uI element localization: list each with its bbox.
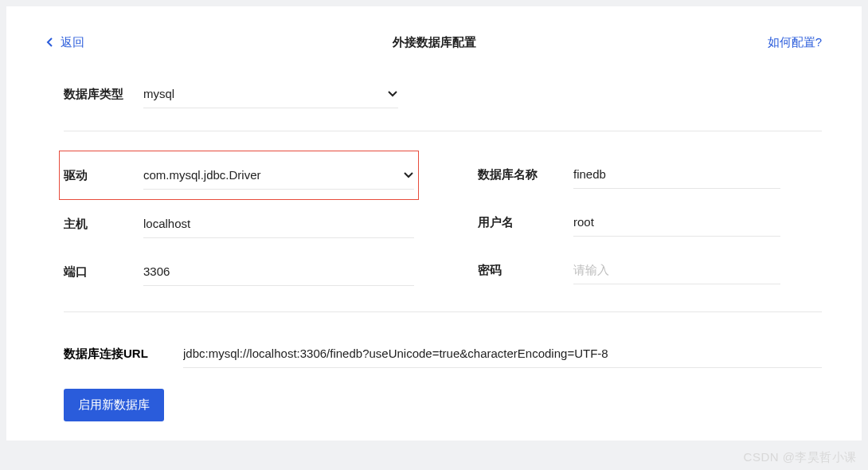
host-input[interactable] bbox=[143, 210, 414, 238]
driver-highlight-box: 驱动 com.mysql.jdbc.Driver bbox=[59, 151, 419, 200]
port-row: 端口 bbox=[64, 248, 414, 296]
divider bbox=[64, 311, 822, 312]
password-input[interactable] bbox=[573, 256, 780, 284]
username-input[interactable] bbox=[573, 208, 780, 237]
db-type-row: 数据库类型 mysql bbox=[64, 80, 822, 131]
url-input[interactable] bbox=[183, 339, 822, 368]
password-row: 密码 bbox=[478, 246, 780, 294]
dbname-input[interactable] bbox=[573, 160, 780, 189]
username-row: 用户名 bbox=[478, 198, 780, 246]
driver-row: 驱动 com.mysql.jdbc.Driver bbox=[64, 151, 414, 199]
driver-label: 驱动 bbox=[64, 168, 143, 183]
password-label: 密码 bbox=[478, 263, 573, 278]
driver-value: com.mysql.jdbc.Driver bbox=[143, 168, 403, 182]
port-input[interactable] bbox=[143, 257, 414, 286]
chevron-down-icon bbox=[403, 171, 414, 179]
watermark: CSDN @李昊哲小课 bbox=[744, 450, 857, 465]
url-label: 数据库连接URL bbox=[64, 347, 183, 362]
back-label: 返回 bbox=[61, 35, 84, 50]
back-link[interactable]: 返回 bbox=[46, 35, 84, 50]
username-label: 用户名 bbox=[478, 215, 573, 230]
host-label: 主机 bbox=[64, 217, 143, 232]
chevron-left-icon bbox=[46, 37, 54, 48]
port-label: 端口 bbox=[64, 264, 143, 280]
dbname-row: 数据库名称 bbox=[478, 151, 780, 198]
dbname-label: 数据库名称 bbox=[478, 167, 573, 182]
db-type-select[interactable]: mysql bbox=[143, 80, 398, 108]
config-panel: 返回 外接数据库配置 如何配置? 数据库类型 mysql 驱动 com.mysq bbox=[6, 6, 862, 441]
page-title: 外接数据库配置 bbox=[46, 35, 822, 50]
enable-db-button[interactable]: 启用新数据库 bbox=[64, 389, 164, 421]
url-row: 数据库连接URL bbox=[64, 336, 822, 371]
db-type-label: 数据库类型 bbox=[64, 87, 143, 102]
db-type-value: mysql bbox=[143, 87, 387, 100]
form-area: 数据库类型 mysql 驱动 com.mysql.jdbc.Driver bbox=[46, 80, 822, 421]
header: 返回 外接数据库配置 如何配置? bbox=[46, 30, 822, 54]
host-row: 主机 bbox=[64, 200, 414, 248]
driver-select[interactable]: com.mysql.jdbc.Driver bbox=[143, 161, 414, 190]
chevron-down-icon bbox=[387, 90, 398, 98]
help-link[interactable]: 如何配置? bbox=[768, 35, 822, 50]
